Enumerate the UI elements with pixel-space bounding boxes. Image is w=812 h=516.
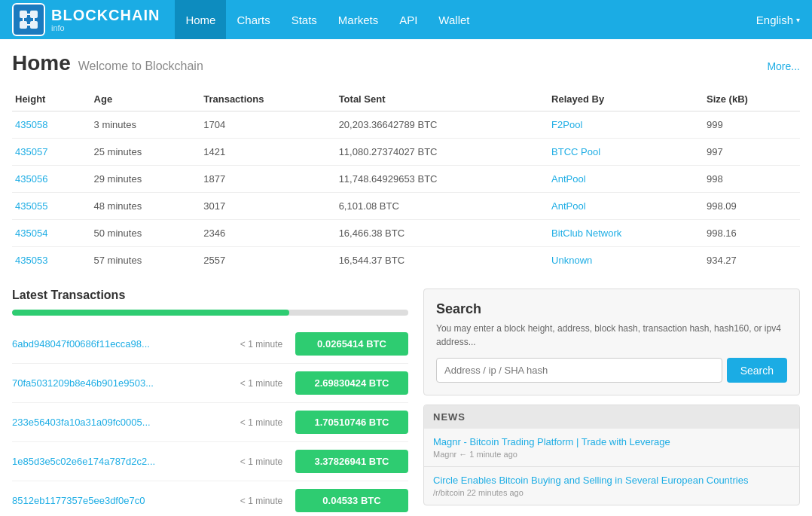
cell-transactions: 1704 (200, 111, 335, 139)
cell-relayed-by: AntPool (548, 166, 704, 193)
search-button[interactable]: Search (727, 358, 787, 383)
nav-charts[interactable]: Charts (226, 0, 280, 39)
tx-amount: 0.04533 BTC (295, 489, 408, 512)
cell-transactions: 1877 (200, 166, 335, 193)
table-row: 435057 25 minutes 1421 11,080.27374027 B… (12, 139, 800, 166)
block-height-link[interactable]: 435054 (15, 227, 47, 239)
relayed-by-link[interactable]: F2Pool (551, 119, 582, 130)
relayed-by-link[interactable]: BitClub Network (551, 227, 621, 239)
block-height-link[interactable]: 435057 (15, 146, 47, 157)
language-selector[interactable]: English ▾ (756, 14, 800, 26)
tx-hash-link[interactable]: 1e85d3e5c02e6e174a787d2c2... (12, 456, 227, 467)
logo-icon (12, 3, 45, 36)
cell-relayed-by: AntPool (548, 193, 704, 220)
cell-height: 435053 (12, 247, 91, 274)
cell-total-sent: 6,101.08 BTC (336, 193, 548, 220)
brand-name: BLOCKCHAIN (51, 7, 160, 23)
chevron-down-icon: ▾ (796, 16, 800, 24)
relayed-by-link[interactable]: AntPool (551, 173, 586, 185)
cell-total-sent: 16,544.37 BTC (336, 247, 548, 274)
more-link[interactable]: More... (767, 60, 800, 72)
cell-height: 435056 (12, 166, 91, 193)
news-item-title[interactable]: Magnr - Bitcoin Trading Platform | Trade… (433, 436, 790, 447)
cell-relayed-by: BitClub Network (548, 220, 704, 247)
table-row: 435054 50 minutes 2346 16,466.38 BTC Bit… (12, 220, 800, 247)
tx-amount: 0.0265414 BTC (295, 332, 408, 356)
cell-age: 29 minutes (91, 166, 201, 193)
search-description: You may enter a block height, address, b… (436, 322, 787, 349)
news-item: Circle Enables Bitcoin Buying and Sellin… (424, 467, 799, 505)
cell-size: 999 (704, 111, 800, 139)
cell-size: 997 (704, 139, 800, 166)
cell-relayed-by: F2Pool (548, 111, 704, 139)
nav-markets[interactable]: Markets (328, 0, 389, 39)
tx-row: 8512eb1177357e5ee3df0e7c0 < 1 minute 0.0… (12, 481, 408, 516)
logo[interactable]: BLOCKCHAIN info (12, 3, 160, 36)
search-input[interactable] (436, 358, 722, 383)
col-height: Height (12, 87, 91, 111)
bottom-section: Latest Transactions 6abd948047f00686f11e… (12, 289, 800, 516)
tx-hash-link[interactable]: 70fa5031209b8e46b901e9503... (12, 377, 227, 389)
tx-time: < 1 minute (235, 496, 288, 506)
relayed-by-link[interactable]: BTCC Pool (551, 146, 600, 157)
cell-age: 48 minutes (91, 193, 201, 220)
cell-height: 435054 (12, 220, 91, 247)
right-panel: Search You may enter a block height, add… (423, 289, 800, 516)
nav-stats[interactable]: Stats (281, 0, 328, 39)
block-height-link[interactable]: 435058 (15, 119, 47, 130)
tx-hash-link[interactable]: 233e56403fa10a31a09fc0005... (12, 417, 227, 428)
tx-amount: 2.69830424 BTC (295, 371, 408, 395)
cell-total-sent: 11,080.27374027 BTC (336, 139, 548, 166)
cell-size: 998.09 (704, 193, 800, 220)
cell-transactions: 2346 (200, 220, 335, 247)
cell-age: 25 minutes (91, 139, 201, 166)
cell-height: 435058 (12, 111, 91, 139)
page-header: Home Welcome to Blockchain More... (12, 51, 800, 75)
nav-api[interactable]: API (389, 0, 428, 39)
page-title: Home (12, 51, 71, 75)
blockchain-logo-svg (18, 9, 39, 30)
table-row: 435053 57 minutes 2557 16,544.37 BTC Unk… (12, 247, 800, 274)
tx-progress-fill (12, 310, 289, 316)
tx-row: 6abd948047f00686f11ecca98... < 1 minute … (12, 325, 408, 364)
col-total-sent: Total Sent (336, 87, 548, 111)
tx-hash-link[interactable]: 8512eb1177357e5ee3df0e7c0 (12, 495, 227, 506)
block-height-link[interactable]: 435056 (15, 173, 47, 185)
news-item-title[interactable]: Circle Enables Bitcoin Buying and Sellin… (433, 475, 790, 486)
cell-size: 998.16 (704, 220, 800, 247)
blocks-table-body: 435058 3 minutes 1704 20,203.36642789 BT… (12, 111, 800, 274)
search-title: Search (436, 301, 787, 317)
svg-rect-1 (30, 11, 38, 18)
col-relayed-by: Relayed By (548, 87, 704, 111)
page-subtitle: Welcome to Blockchain (78, 60, 203, 73)
col-size: Size (kB) (704, 87, 800, 111)
news-item: Magnr - Bitcoin Trading Platform | Trade… (424, 429, 799, 467)
brand-text: BLOCKCHAIN info (51, 7, 160, 32)
tx-amount: 3.37826941 BTC (295, 450, 408, 473)
cell-transactions: 1421 (200, 139, 335, 166)
cell-age: 3 minutes (91, 111, 201, 139)
nav-wallet[interactable]: Wallet (428, 0, 480, 39)
cell-total-sent: 20,203.36642789 BTC (336, 111, 548, 139)
news-item-meta: /r/bitcoin 22 minutes ago (433, 488, 790, 497)
cell-age: 57 minutes (91, 247, 201, 274)
tx-hash-link[interactable]: 6abd948047f00686f11ecca98... (12, 338, 227, 350)
tx-time: < 1 minute (235, 378, 288, 389)
col-age: Age (91, 87, 201, 111)
table-row: 435055 48 minutes 3017 6,101.08 BTC AntP… (12, 193, 800, 220)
cell-transactions: 2557 (200, 247, 335, 274)
nav-links: Home Charts Stats Markets API Wallet (175, 0, 756, 39)
svg-rect-3 (30, 21, 38, 29)
tx-row: 70fa5031209b8e46b901e9503... < 1 minute … (12, 364, 408, 403)
block-height-link[interactable]: 435053 (15, 255, 47, 266)
tx-list: 6abd948047f00686f11ecca98... < 1 minute … (12, 325, 408, 516)
block-height-link[interactable]: 435055 (15, 200, 47, 212)
relayed-by-link[interactable]: Unknown (551, 255, 592, 266)
svg-rect-2 (20, 21, 27, 29)
cell-size: 934.27 (704, 247, 800, 274)
relayed-by-link[interactable]: AntPool (551, 200, 586, 212)
brand-sub: info (51, 23, 160, 32)
nav-home[interactable]: Home (175, 0, 226, 39)
cell-transactions: 3017 (200, 193, 335, 220)
news-item-meta: Magnr ← 1 minute ago (433, 450, 790, 459)
